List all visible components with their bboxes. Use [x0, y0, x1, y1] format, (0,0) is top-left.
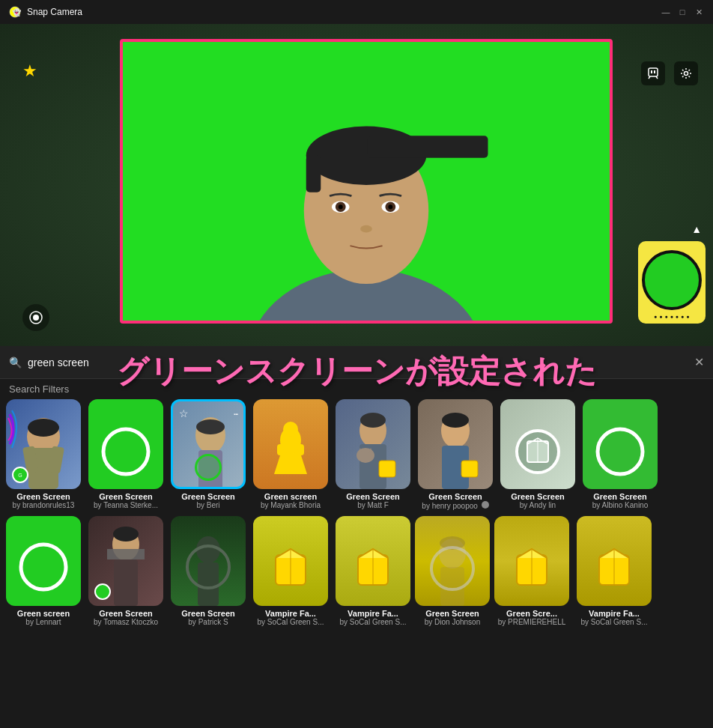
lens-item[interactable]: Green Screen by Albino Kanino — [580, 399, 661, 515]
app-title: Snap Camera — [27, 7, 661, 17]
green-circle-overlay — [195, 454, 222, 481]
settings-button[interactable] — [674, 61, 698, 85]
svg-point-20 — [685, 72, 688, 76]
svg-point-28 — [196, 419, 225, 434]
lens-author: by PREMIEREHELL — [496, 618, 568, 626]
svg-point-36 — [356, 448, 374, 463]
app-logo: 👻 — [9, 6, 21, 18]
twitch-button[interactable] — [641, 61, 665, 85]
lens-name: Green Screen — [416, 609, 488, 618]
svg-point-47 — [598, 429, 643, 474]
lens-item[interactable]: Green screen by Lennart — [3, 516, 84, 631]
snap-badge: G — [12, 467, 28, 483]
lens-author: by brandonrules13 — [7, 501, 79, 509]
svg-point-34 — [360, 413, 386, 428]
snap-badge — [94, 583, 111, 600]
svg-point-22 — [28, 419, 59, 437]
lens-item[interactable]: Green Scre... by PREMIEREHELL — [491, 516, 572, 631]
lens-author: by SoCal Green S... — [255, 618, 327, 626]
svg-rect-19 — [654, 70, 655, 73]
lens-author: by Tomasz Ktoczko — [90, 618, 162, 626]
svg-text:👻: 👻 — [12, 7, 21, 17]
lens-item[interactable]: Green screen by Mayank Bhoria — [250, 399, 331, 515]
favorites-button[interactable]: ★ — [22, 61, 37, 81]
svg-rect-6 — [306, 156, 321, 192]
svg-rect-39 — [379, 461, 395, 477]
camera-feed — [120, 39, 613, 324]
lens-author: by Mayank Bhoria — [255, 501, 327, 509]
lens-author: by Albino Kanino — [584, 501, 656, 509]
lens-item[interactable]: Green Screen by Dion Johnson — [415, 516, 490, 631]
svg-point-48 — [21, 545, 66, 589]
titlebar: 👻 Snap Camera — □ ✕ — [0, 0, 713, 24]
svg-point-13 — [388, 204, 392, 209]
lens-item[interactable]: Vampire Fa... by SoCal Green S... — [574, 516, 655, 631]
lens-name: Green Screen — [502, 492, 574, 501]
lens-name: Green Screen — [172, 492, 244, 501]
lens-author: by SoCal Green S... — [337, 618, 409, 626]
verified-icon — [482, 501, 489, 509]
search-filters-label: Search Filters — [0, 379, 713, 399]
svg-point-14 — [360, 225, 372, 233]
top-right-controls — [641, 61, 698, 85]
lens-name: Green screen — [255, 492, 327, 501]
search-icon: 🔍 — [9, 357, 22, 368]
lens-item[interactable]: Green Screen by henry poopoo — [415, 399, 496, 515]
star-badge: ☆ — [179, 407, 189, 419]
svg-rect-17 — [649, 68, 658, 76]
lens-name: Green Screen — [7, 492, 79, 501]
search-clear-button[interactable]: ✕ — [694, 355, 704, 369]
lens-author: by Teanna Sterke... — [90, 501, 162, 509]
lens-item[interactable]: Green Screen by Teanna Sterke... — [85, 399, 166, 515]
svg-point-50 — [113, 527, 139, 542]
svg-rect-18 — [651, 70, 652, 73]
snapcode-circle — [642, 250, 702, 310]
search-input[interactable] — [28, 357, 694, 368]
lens-author: by Andy lin — [502, 501, 574, 509]
lens-author: by Lennart — [7, 618, 79, 626]
lens-item[interactable]: Green Screen by Andy lin — [497, 399, 578, 515]
close-button[interactable]: ✕ — [694, 7, 704, 17]
search-bar: 🔍 ✕ — [0, 346, 713, 379]
svg-point-41 — [442, 413, 469, 428]
lens-author: by Matt F — [337, 501, 409, 509]
maximize-button[interactable]: □ — [677, 7, 688, 17]
lens-name: Green Screen — [419, 492, 491, 501]
green-screen-preview — [123, 42, 610, 321]
lens-name: Green screen — [7, 609, 79, 618]
lens-author: by SoCal Green S... — [578, 618, 650, 626]
lens-item[interactable]: Green Screen by Matt F — [333, 399, 413, 515]
capture-button[interactable] — [22, 304, 49, 331]
lens-name: Green Scre... — [496, 609, 568, 618]
svg-point-26 — [103, 429, 148, 474]
lens-author: by henry poopoo — [419, 501, 491, 510]
lens-row-1: G Green Screen by brandonrules13 Green S… — [0, 399, 713, 516]
lens-item[interactable]: G Green Screen by brandonrules13 — [3, 399, 84, 515]
lens-name: Green Screen — [90, 492, 162, 501]
svg-rect-43 — [461, 461, 478, 477]
svg-rect-54 — [198, 562, 219, 606]
snapcode-thumbnail[interactable]: ● ● ● ● ● ● ● — [638, 241, 706, 324]
lens-author: by Patrick S — [172, 618, 244, 626]
bottom-panel: 🔍 ✕ Search Filters G — [0, 346, 713, 728]
svg-point-10 — [339, 204, 343, 209]
svg-point-32 — [283, 422, 298, 437]
lens-author: by Dion Johnson — [416, 618, 488, 626]
lens-item[interactable]: Green Screen by Patrick S — [168, 516, 249, 631]
dots-menu[interactable]: ··· — [233, 407, 237, 419]
snapcode-arrow[interactable]: ▲ — [691, 223, 702, 235]
lens-name: Vampire Fa... — [255, 609, 327, 618]
lens-item[interactable]: Vampire Fa... by SoCal Green S... — [250, 516, 331, 631]
lens-item[interactable]: ☆ ··· Green Screen by Beri — [168, 399, 249, 515]
lens-author: by Beri — [172, 501, 244, 509]
lens-item[interactable]: Vampire Fa... by SoCal Green S... — [333, 516, 413, 631]
window-controls: — □ ✕ — [661, 7, 704, 17]
camera-area: ★ — [0, 24, 713, 346]
minimize-button[interactable]: — — [661, 7, 671, 17]
lens-name: Green Screen — [584, 492, 656, 501]
lens-row-2: Green screen by Lennart Green Screen by … — [0, 516, 713, 632]
lens-name: Green Screen — [90, 609, 162, 618]
lens-name: Vampire Fa... — [578, 609, 650, 618]
svg-rect-52 — [114, 559, 138, 606]
lens-item[interactable]: Green Screen by Tomasz Ktoczko — [85, 516, 166, 631]
